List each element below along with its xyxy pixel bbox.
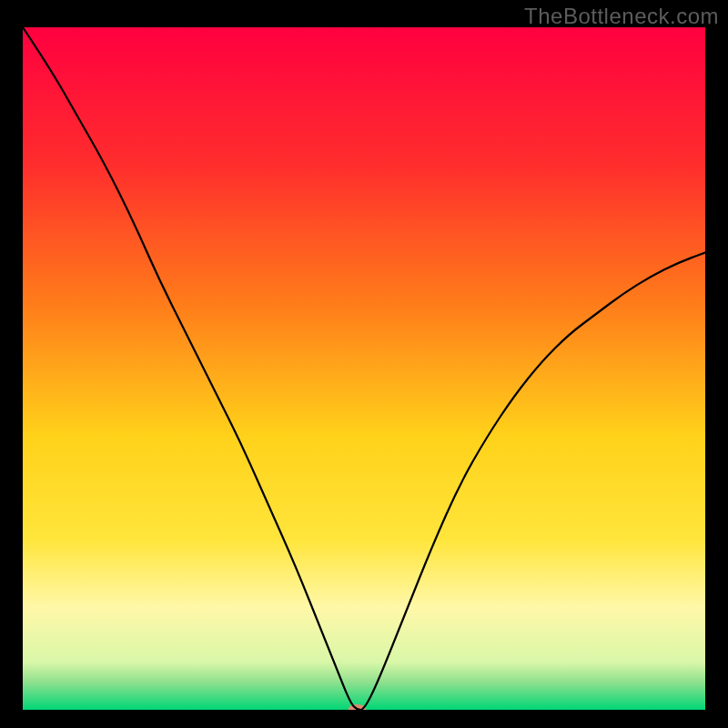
- chart-frame: TheBottleneck.com: [0, 0, 728, 728]
- watermark-text: TheBottleneck.com: [524, 4, 719, 29]
- bottleneck-chart: [23, 27, 705, 710]
- plot-background: [23, 27, 705, 710]
